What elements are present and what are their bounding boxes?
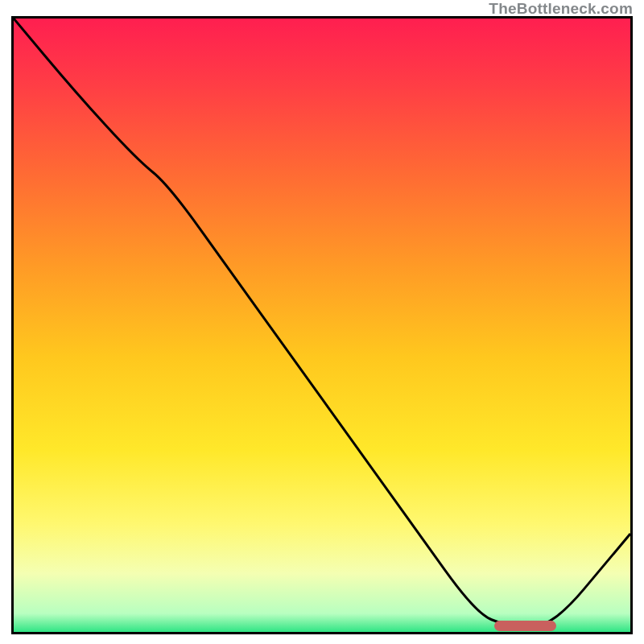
curve-line <box>14 19 630 632</box>
watermark-text: TheBottleneck.com <box>489 0 633 18</box>
optimal-range-marker <box>494 621 556 631</box>
chart-frame <box>11 16 633 634</box>
